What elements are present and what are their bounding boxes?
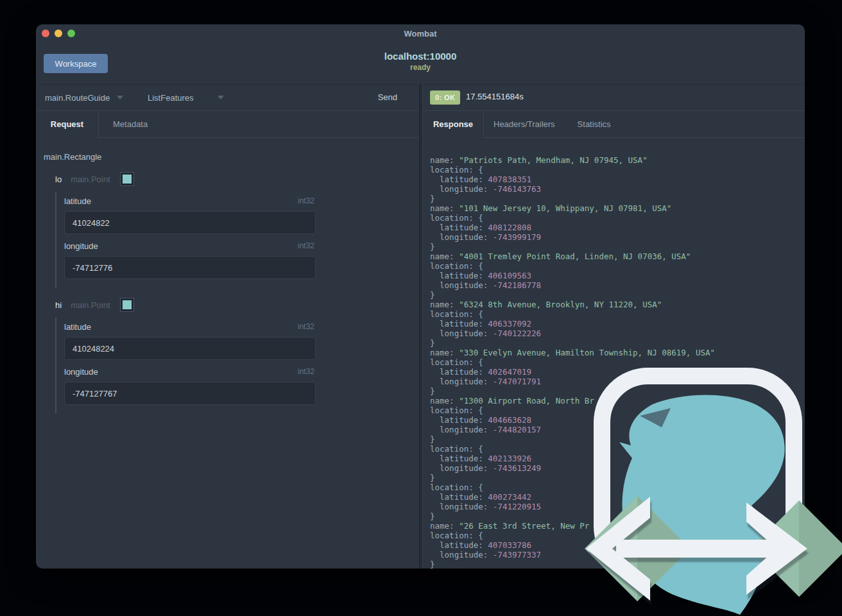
chevron-down-icon xyxy=(117,96,123,99)
response-line: } xyxy=(430,194,805,203)
response-line: longitude: -740122226 xyxy=(430,329,805,338)
response-line: longitude: -744820157 xyxy=(430,425,805,434)
method-select[interactable]: ListFeatures xyxy=(148,85,224,110)
response-line: location: { xyxy=(430,483,805,492)
response-tabs: Response Headers/Trailers Statistics xyxy=(423,110,805,138)
field-row: latitude int32 xyxy=(64,321,314,332)
response-line: name: "1300 Airport Road, North Br xyxy=(430,396,805,406)
field-name: hi xyxy=(55,300,62,310)
field-row: longitude int32 xyxy=(64,366,314,377)
response-line: } xyxy=(430,511,805,521)
response-line: name: "6324 8th Avenue, Brooklyn, NY 112… xyxy=(430,300,805,309)
close-icon[interactable] xyxy=(42,30,49,37)
service-select-label: main.RouteGuide xyxy=(45,93,110,103)
response-body[interactable]: name: "Patriots Path, Mendham, NJ 07945,… xyxy=(423,138,805,569)
response-line: latitude: 402133926 xyxy=(430,454,805,463)
response-line: longitude: -747071791 xyxy=(430,377,805,386)
field-group-lo-header: lo main.Point xyxy=(55,173,133,185)
field-row: longitude int32 xyxy=(64,241,314,251)
response-line: longitude: -742186778 xyxy=(430,280,805,290)
response-line: location: { xyxy=(430,213,805,223)
request-toolbar: main.RouteGuide ListFeatures Send xyxy=(36,84,419,110)
field-type-label: int32 xyxy=(298,196,314,205)
field-label: latitude xyxy=(64,322,91,332)
hi-enabled-checkbox[interactable] xyxy=(121,298,133,311)
response-line: location: { xyxy=(430,261,805,271)
lo-latitude-input[interactable] xyxy=(64,211,316,234)
field-label: longitude xyxy=(64,241,98,251)
response-line: location: { xyxy=(430,531,805,540)
response-line: } xyxy=(430,290,805,300)
tabbar-filler xyxy=(162,111,419,138)
response-line: latitude: 408122808 xyxy=(430,223,805,232)
field-name: lo xyxy=(55,175,62,184)
field-group-hi-header: hi main.Point xyxy=(55,298,133,311)
response-line: latitude: 402647019 xyxy=(430,367,805,377)
response-line: } xyxy=(430,434,805,444)
tab-request[interactable]: Request xyxy=(36,111,99,138)
desktop: Wombat Workspace localhost:10000 ready m… xyxy=(0,0,842,616)
response-line: longitude: -746143763 xyxy=(430,184,805,194)
fullscreen-icon[interactable] xyxy=(67,30,75,37)
window-title: Wombat xyxy=(36,24,805,44)
response-line: location: { xyxy=(430,406,805,415)
response-line: longitude: -743613249 xyxy=(430,463,805,473)
minimize-icon[interactable] xyxy=(55,30,62,37)
response-line: } xyxy=(430,386,805,396)
response-line: name: "330 Evelyn Avenue, Hamilton Towns… xyxy=(430,348,805,357)
hi-latitude-input[interactable] xyxy=(64,337,316,360)
lo-enabled-checkbox[interactable] xyxy=(121,173,133,185)
response-line: } xyxy=(430,242,805,252)
request-tabs: Request Metadata xyxy=(36,110,419,138)
response-line: name: "4001 Tremley Point Road, Linden, … xyxy=(430,252,805,261)
response-toolbar: 0: OK 17.554151684s xyxy=(423,84,805,110)
field-type: main.Point xyxy=(71,175,110,184)
request-form: main.Rectangle lo main.Point latitude in… xyxy=(36,138,419,569)
send-button[interactable]: Send xyxy=(378,85,397,110)
method-select-label: ListFeatures xyxy=(148,93,194,103)
response-line: latitude: 406337092 xyxy=(430,319,805,329)
connection-state: ready xyxy=(36,63,805,72)
chevron-down-icon xyxy=(218,96,224,99)
response-line: name: "26 East 3rd Street, New Pr xyxy=(430,521,805,531)
connection-status: localhost:10000 ready xyxy=(36,51,805,72)
tab-metadata[interactable]: Metadata xyxy=(99,111,162,138)
response-line: latitude: 407838351 xyxy=(430,175,805,184)
response-line: location: { xyxy=(430,357,805,367)
message-type-label: main.Rectangle xyxy=(44,152,101,162)
header: Workspace localhost:10000 ready xyxy=(36,42,805,84)
status-badge: 0: OK xyxy=(430,90,460,105)
traffic-lights xyxy=(42,30,75,37)
response-line: } xyxy=(430,473,805,483)
field-group-lo-body: latitude int32 longitude int32 xyxy=(55,192,316,288)
field-group-hi-body: latitude int32 longitude int32 xyxy=(55,318,316,414)
response-line: name: "Patriots Path, Mendham, NJ 07945,… xyxy=(430,155,805,165)
hi-longitude-input[interactable] xyxy=(64,382,316,405)
response-line: latitude: 406109563 xyxy=(430,271,805,280)
field-label: latitude xyxy=(64,196,91,206)
tab-statistics[interactable]: Statistics xyxy=(565,111,624,138)
service-select[interactable]: main.RouteGuide xyxy=(45,85,123,110)
connection-target: localhost:10000 xyxy=(36,51,805,62)
field-label: longitude xyxy=(64,367,98,377)
response-line: } xyxy=(430,560,805,569)
response-line: latitude: 400273442 xyxy=(430,492,805,502)
response-panel: 0: OK 17.554151684s Response Headers/Tra… xyxy=(423,84,805,569)
field-row: latitude int32 xyxy=(64,196,314,206)
tab-response[interactable]: Response xyxy=(423,111,484,138)
response-line: location: { xyxy=(430,165,805,175)
response-line: latitude: 404663628 xyxy=(430,415,805,425)
field-type-label: int32 xyxy=(298,367,314,376)
wombat-window: Wombat Workspace localhost:10000 ready m… xyxy=(36,24,805,569)
field-type-label: int32 xyxy=(298,241,314,250)
request-panel: main.RouteGuide ListFeatures Send Reques… xyxy=(36,84,419,569)
response-line: longitude: -741220915 xyxy=(430,502,805,511)
tabbar-filler xyxy=(624,111,805,138)
response-line: longitude: -743977337 xyxy=(430,550,805,560)
tab-headers-trailers[interactable]: Headers/Trailers xyxy=(484,111,565,138)
titlebar: Wombat xyxy=(36,24,805,42)
field-type: main.Point xyxy=(71,300,110,310)
response-line: longitude: -743999179 xyxy=(430,232,805,242)
lo-longitude-input[interactable] xyxy=(64,256,316,279)
field-type-label: int32 xyxy=(298,322,314,331)
